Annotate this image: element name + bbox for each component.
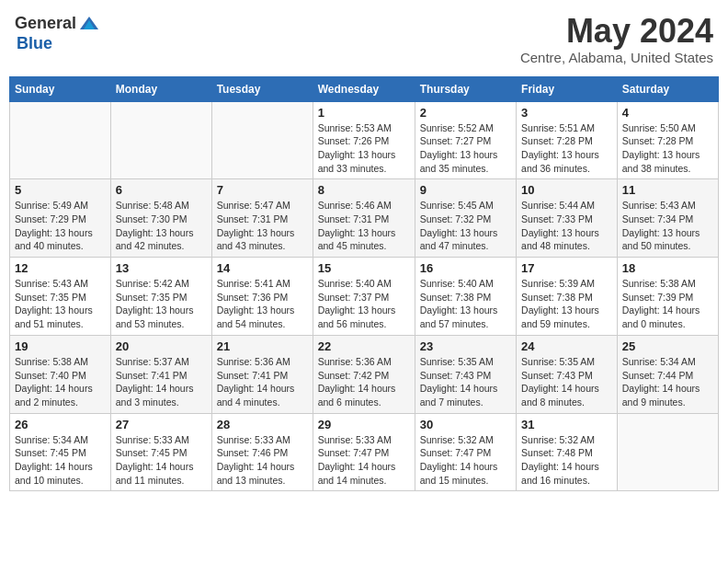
day-info: Sunrise: 5:36 AMSunset: 7:42 PMDaylight:… [318, 355, 410, 409]
calendar-cell: 29Sunrise: 5:33 AMSunset: 7:47 PMDayligh… [313, 413, 415, 491]
day-number: 9 [420, 183, 511, 197]
day-number: 14 [217, 261, 308, 275]
day-number: 28 [217, 418, 308, 431]
day-number: 7 [217, 183, 308, 197]
day-number: 17 [521, 261, 612, 275]
calendar-cell [211, 101, 313, 179]
day-info: Sunrise: 5:46 AMSunset: 7:31 PMDaylight:… [318, 199, 410, 253]
day-number: 19 [15, 339, 106, 353]
calendar-cell: 10Sunrise: 5:44 AMSunset: 7:33 PMDayligh… [517, 179, 618, 258]
day-info: Sunrise: 5:35 AMSunset: 7:43 PMDaylight:… [521, 355, 612, 409]
calendar-cell [617, 413, 718, 491]
day-info: Sunrise: 5:37 AMSunset: 7:41 PMDaylight:… [116, 355, 207, 409]
day-info: Sunrise: 5:33 AMSunset: 7:47 PMDaylight:… [318, 433, 410, 488]
calendar-cell: 4Sunrise: 5:50 AMSunset: 7:28 PMDaylight… [617, 101, 718, 179]
day-number: 29 [318, 418, 410, 431]
calendar-header: SundayMondayTuesdayWednesdayThursdayFrid… [10, 76, 719, 101]
day-info: Sunrise: 5:52 AMSunset: 7:27 PMDaylight:… [420, 121, 511, 176]
day-info: Sunrise: 5:43 AMSunset: 7:34 PMDaylight:… [622, 199, 713, 253]
calendar-cell: 5Sunrise: 5:49 AMSunset: 7:29 PMDaylight… [10, 179, 111, 258]
calendar-cell: 11Sunrise: 5:43 AMSunset: 7:34 PMDayligh… [617, 179, 718, 258]
calendar-cell: 30Sunrise: 5:32 AMSunset: 7:47 PMDayligh… [415, 413, 516, 491]
calendar-cell: 31Sunrise: 5:32 AMSunset: 7:48 PMDayligh… [517, 413, 618, 491]
day-info: Sunrise: 5:45 AMSunset: 7:32 PMDaylight:… [420, 199, 511, 253]
calendar-cell: 26Sunrise: 5:34 AMSunset: 7:45 PMDayligh… [10, 413, 111, 491]
weekday-header-sunday: Sunday [10, 76, 111, 101]
day-info: Sunrise: 5:39 AMSunset: 7:38 PMDaylight:… [521, 277, 612, 331]
day-info: Sunrise: 5:53 AMSunset: 7:26 PMDaylight:… [318, 121, 410, 176]
calendar-cell: 16Sunrise: 5:40 AMSunset: 7:38 PMDayligh… [415, 258, 516, 336]
day-info: Sunrise: 5:34 AMSunset: 7:44 PMDaylight:… [622, 355, 713, 409]
day-info: Sunrise: 5:34 AMSunset: 7:45 PMDaylight:… [15, 433, 106, 488]
calendar-cell: 8Sunrise: 5:46 AMSunset: 7:31 PMDaylight… [313, 179, 415, 258]
day-info: Sunrise: 5:40 AMSunset: 7:38 PMDaylight:… [420, 277, 511, 331]
day-number: 21 [217, 339, 308, 353]
weekday-header-thursday: Thursday [415, 76, 516, 101]
day-info: Sunrise: 5:47 AMSunset: 7:31 PMDaylight:… [217, 199, 308, 253]
day-number: 8 [318, 183, 410, 197]
calendar-cell: 15Sunrise: 5:40 AMSunset: 7:37 PMDayligh… [313, 258, 415, 336]
day-number: 1 [318, 106, 410, 120]
day-number: 18 [622, 261, 713, 275]
logo: General Blue [15, 13, 100, 53]
day-info: Sunrise: 5:38 AMSunset: 7:39 PMDaylight:… [622, 277, 713, 331]
day-info: Sunrise: 5:49 AMSunset: 7:29 PMDaylight:… [15, 199, 106, 253]
calendar-table: SundayMondayTuesdayWednesdayThursdayFrid… [9, 76, 719, 492]
calendar-cell: 9Sunrise: 5:45 AMSunset: 7:32 PMDaylight… [415, 179, 516, 258]
day-number: 10 [521, 183, 612, 197]
calendar-week-row: 19Sunrise: 5:38 AMSunset: 7:40 PMDayligh… [10, 335, 719, 413]
weekday-header-wednesday: Wednesday [313, 76, 415, 101]
day-number: 31 [521, 418, 612, 431]
day-info: Sunrise: 5:41 AMSunset: 7:36 PMDaylight:… [217, 277, 308, 331]
calendar-cell: 28Sunrise: 5:33 AMSunset: 7:46 PMDayligh… [211, 413, 313, 491]
day-info: Sunrise: 5:32 AMSunset: 7:47 PMDaylight:… [420, 433, 511, 488]
logo-general: General [15, 15, 76, 33]
day-info: Sunrise: 5:38 AMSunset: 7:40 PMDaylight:… [15, 355, 106, 409]
calendar-cell: 6Sunrise: 5:48 AMSunset: 7:30 PMDaylight… [110, 179, 211, 258]
calendar-cell: 24Sunrise: 5:35 AMSunset: 7:43 PMDayligh… [517, 335, 618, 413]
day-info: Sunrise: 5:43 AMSunset: 7:35 PMDaylight:… [15, 277, 106, 331]
day-info: Sunrise: 5:35 AMSunset: 7:43 PMDaylight:… [420, 355, 511, 409]
day-number: 25 [622, 339, 713, 353]
day-number: 4 [622, 106, 713, 120]
day-info: Sunrise: 5:50 AMSunset: 7:28 PMDaylight:… [622, 121, 713, 176]
day-number: 15 [318, 261, 410, 275]
weekday-header-row: SundayMondayTuesdayWednesdayThursdayFrid… [10, 76, 719, 101]
day-number: 22 [318, 339, 410, 353]
calendar-cell: 18Sunrise: 5:38 AMSunset: 7:39 PMDayligh… [617, 258, 718, 336]
calendar-cell: 23Sunrise: 5:35 AMSunset: 7:43 PMDayligh… [415, 335, 516, 413]
calendar-body: 1Sunrise: 5:53 AMSunset: 7:26 PMDaylight… [10, 101, 719, 491]
calendar-cell: 22Sunrise: 5:36 AMSunset: 7:42 PMDayligh… [313, 335, 415, 413]
calendar-cell: 21Sunrise: 5:36 AMSunset: 7:41 PMDayligh… [211, 335, 313, 413]
calendar-cell: 20Sunrise: 5:37 AMSunset: 7:41 PMDayligh… [110, 335, 211, 413]
day-info: Sunrise: 5:42 AMSunset: 7:35 PMDaylight:… [116, 277, 207, 331]
weekday-header-tuesday: Tuesday [211, 76, 313, 101]
calendar-cell: 2Sunrise: 5:52 AMSunset: 7:27 PMDaylight… [415, 101, 516, 179]
day-number: 30 [420, 418, 511, 431]
day-number: 3 [521, 106, 612, 120]
logo-icon [78, 13, 100, 35]
day-number: 26 [15, 418, 106, 431]
calendar-cell: 1Sunrise: 5:53 AMSunset: 7:26 PMDaylight… [313, 101, 415, 179]
calendar-cell: 12Sunrise: 5:43 AMSunset: 7:35 PMDayligh… [10, 258, 111, 336]
day-info: Sunrise: 5:32 AMSunset: 7:48 PMDaylight:… [521, 433, 612, 488]
page-header: General Blue May 2024 Centre, Alabama, U… [9, 9, 719, 69]
day-info: Sunrise: 5:36 AMSunset: 7:41 PMDaylight:… [217, 355, 308, 409]
day-number: 12 [15, 261, 106, 275]
day-number: 20 [116, 339, 207, 353]
calendar-cell: 7Sunrise: 5:47 AMSunset: 7:31 PMDaylight… [211, 179, 313, 258]
day-info: Sunrise: 5:44 AMSunset: 7:33 PMDaylight:… [521, 199, 612, 253]
day-info: Sunrise: 5:51 AMSunset: 7:28 PMDaylight:… [521, 121, 612, 176]
month-title: May 2024 [520, 13, 713, 50]
calendar-week-row: 26Sunrise: 5:34 AMSunset: 7:45 PMDayligh… [10, 413, 719, 491]
calendar-cell: 3Sunrise: 5:51 AMSunset: 7:28 PMDaylight… [517, 101, 618, 179]
day-number: 27 [116, 418, 207, 431]
calendar-cell: 25Sunrise: 5:34 AMSunset: 7:44 PMDayligh… [617, 335, 718, 413]
calendar-week-row: 1Sunrise: 5:53 AMSunset: 7:26 PMDaylight… [10, 101, 719, 179]
day-number: 16 [420, 261, 511, 275]
weekday-header-saturday: Saturday [617, 76, 718, 101]
logo-blue: Blue [17, 35, 52, 53]
calendar-cell: 13Sunrise: 5:42 AMSunset: 7:35 PMDayligh… [110, 258, 211, 336]
day-number: 2 [420, 106, 511, 120]
calendar-cell: 19Sunrise: 5:38 AMSunset: 7:40 PMDayligh… [10, 335, 111, 413]
